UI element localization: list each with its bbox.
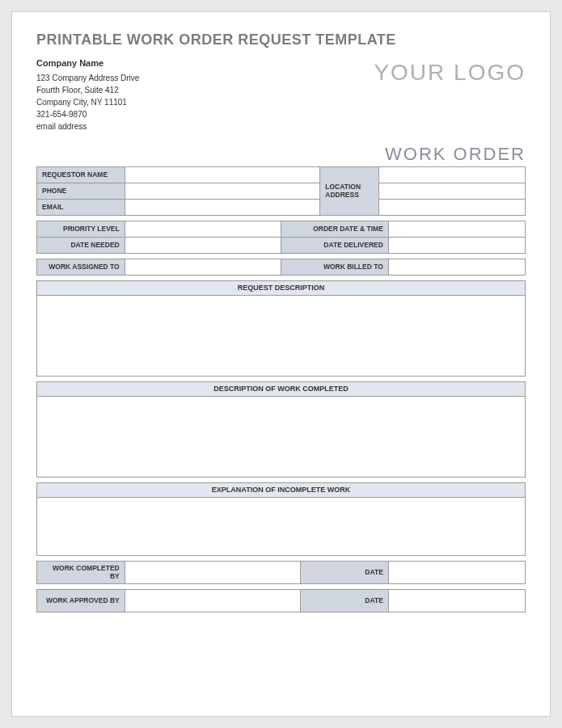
billed-to-label: WORK BILLED TO [281, 259, 388, 275]
location-label: LOCATION ADDRESS [320, 166, 378, 215]
work-order-form: PRINTABLE WORK ORDER REQUEST TEMPLATE Co… [11, 11, 551, 717]
order-date-label: ORDER DATE & TIME [281, 221, 388, 237]
approved-by-input[interactable] [125, 589, 300, 612]
date-needed-label: DATE NEEDED [37, 237, 125, 253]
work-completed-table: DESCRIPTION OF WORK COMPLETED [36, 381, 526, 478]
page-title: PRINTABLE WORK ORDER REQUEST TEMPLATE [36, 32, 526, 48]
logo-placeholder: YOUR LOGO [374, 60, 526, 86]
completed-by-input[interactable] [125, 561, 300, 583]
approved-by-label: WORK APPROVED BY [37, 589, 125, 612]
company-block: Company Name 123 Company Address Drive F… [36, 57, 139, 133]
location-line2[interactable] [378, 183, 525, 199]
phone-label: PHONE [37, 183, 125, 199]
approved-by-table: WORK APPROVED BY DATE [36, 589, 526, 612]
completed-by-table: WORK COMPLETED BY DATE [36, 561, 526, 584]
assigned-to-label: WORK ASSIGNED TO [37, 259, 125, 275]
requestor-label: REQUESTOR NAME [37, 166, 125, 183]
date-needed-input[interactable] [125, 237, 281, 253]
priority-label: PRIORITY LEVEL [37, 221, 125, 237]
request-desc-label: REQUEST DESCRIPTION [37, 280, 526, 295]
requestor-table: REQUESTOR NAME LOCATION ADDRESS PHONE EM… [36, 166, 526, 216]
date-delivered-label: DATE DELIVERED [281, 237, 388, 253]
location-line3[interactable] [378, 199, 525, 215]
approved-date-label: DATE [301, 589, 389, 612]
company-email: email address [36, 120, 139, 133]
work-completed-desc-input[interactable] [37, 396, 526, 477]
company-line2: Fourth Floor, Suite 412 [36, 84, 139, 96]
work-order-heading: WORK ORDER [36, 144, 526, 165]
date-delivered-input[interactable] [388, 237, 525, 253]
incomplete-label: EXPLANATION OF INCOMPLETE WORK [37, 482, 526, 497]
priority-input[interactable] [125, 221, 281, 237]
order-date-input[interactable] [388, 221, 525, 237]
company-line3: Company City, NY 11101 [36, 96, 139, 108]
location-line1[interactable] [378, 166, 525, 183]
assigned-to-input[interactable] [125, 259, 281, 275]
company-phone: 321-654-9870 [36, 108, 139, 120]
completed-by-label: WORK COMPLETED BY [37, 561, 125, 583]
requestor-input[interactable] [125, 166, 320, 183]
completed-date-label: DATE [301, 561, 389, 583]
header: Company Name 123 Company Address Drive F… [36, 57, 526, 133]
request-desc-input[interactable] [37, 295, 526, 376]
dates-table: PRIORITY LEVEL ORDER DATE & TIME DATE NE… [36, 221, 526, 254]
incomplete-table: EXPLANATION OF INCOMPLETE WORK [36, 482, 526, 556]
assignment-table: WORK ASSIGNED TO WORK BILLED TO [36, 259, 526, 276]
work-completed-desc-label: DESCRIPTION OF WORK COMPLETED [37, 381, 526, 396]
company-line1: 123 Company Address Drive [36, 72, 139, 84]
request-desc-table: REQUEST DESCRIPTION [36, 280, 526, 377]
completed-date-input[interactable] [388, 561, 525, 583]
email-label: EMAIL [37, 199, 125, 215]
approved-date-input[interactable] [388, 589, 525, 612]
email-input[interactable] [125, 199, 320, 215]
phone-input[interactable] [125, 183, 320, 199]
company-name: Company Name [36, 57, 139, 70]
billed-to-input[interactable] [388, 259, 525, 275]
incomplete-input[interactable] [37, 497, 526, 555]
